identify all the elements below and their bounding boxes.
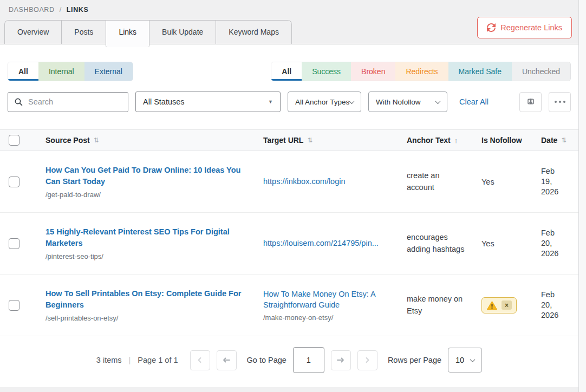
is-nofollow-cell: Yes <box>473 178 532 186</box>
page-back-chevron-button[interactable] <box>190 350 210 370</box>
filter-status-all[interactable]: All <box>271 62 302 81</box>
source-post-cell: 15 Highly-Relevant Pinterest SEO Tips Fo… <box>37 226 255 260</box>
row-checkbox-cell <box>0 177 37 187</box>
target-url-slug: /make-money-on-etsy/ <box>263 313 390 322</box>
filter-status-redirects[interactable]: Redirects <box>395 62 448 81</box>
is-nofollow-cell: × <box>473 297 532 313</box>
nofollow-select-value: With Nofollow <box>376 98 421 106</box>
breadcrumb: DASHBOARD / LINKS <box>0 0 578 14</box>
tab-links[interactable]: Links <box>106 21 149 44</box>
ellipsis-icon <box>555 101 565 103</box>
table-row: 15 Highly-Relevant Pinterest SEO Tips Fo… <box>0 213 578 275</box>
chevron-down-icon <box>470 357 476 362</box>
tab-posts[interactable]: Posts <box>62 21 106 44</box>
anchor-text-cell: create an account <box>398 170 473 193</box>
page-forward-arrow-button[interactable] <box>331 350 351 370</box>
row-checkbox-cell <box>0 300 37 311</box>
source-post-link[interactable]: How To Sell Printables On Etsy: Complete… <box>45 288 247 311</box>
regenerate-links-button[interactable]: Regenerate Links <box>477 17 572 38</box>
filter-status-success[interactable]: Success <box>302 62 351 81</box>
pagination-divider: | <box>129 356 131 364</box>
source-post-link[interactable]: 15 Highly-Relevant Pinterest SEO Tips Fo… <box>45 226 247 249</box>
pagination-bar: 3 items | Page 1 of 1 Go to Page <box>0 336 578 387</box>
source-post-slug: /sell-printables-on-etsy/ <box>45 314 247 322</box>
sort-both-icon: ⇅ <box>94 136 99 144</box>
tab-bulk-update[interactable]: Bulk Update <box>149 21 216 44</box>
export-button[interactable] <box>519 92 542 112</box>
column-header-source-post[interactable]: Source Post ⇅ <box>37 136 255 145</box>
clear-all-link[interactable]: Clear All <box>459 97 489 106</box>
tab-bar: Overview Posts Links Bulk Update Keyword… <box>4 20 292 44</box>
link-status-filter-group: All Success Broken Redirects Marked Safe… <box>271 62 571 81</box>
table-header-row: Source Post ⇅ Target URL ⇅ Anchor Text ↑… <box>0 129 578 151</box>
filter-status-unchecked[interactable]: Unchecked <box>512 62 570 81</box>
target-url-cell: How To Make Money On Etsy: A Straightfor… <box>255 289 398 322</box>
breadcrumb-dashboard[interactable]: DASHBOARD <box>9 6 55 14</box>
tabs-row: Overview Posts Links Bulk Update Keyword… <box>0 20 578 44</box>
filter-type-external[interactable]: External <box>84 62 133 81</box>
row-checkbox[interactable] <box>9 177 19 187</box>
sort-both-icon: ⇅ <box>561 136 567 144</box>
dismiss-warning-button[interactable]: × <box>502 300 512 310</box>
chevron-down-icon <box>435 99 441 104</box>
filter-type-all[interactable]: All <box>8 62 38 81</box>
target-url-cell: https://louisem.com/214795/pin... <box>255 238 398 249</box>
column-header-date[interactable]: Date ⇅ <box>532 136 578 145</box>
source-post-link[interactable]: How Can You Get Paid To Draw Online: 10 … <box>45 165 247 187</box>
filter-status-broken[interactable]: Broken <box>351 62 395 81</box>
column-header-is-nofollow[interactable]: Is Nofollow <box>473 136 532 145</box>
anchor-text-cell: encourages adding hashtags <box>398 232 473 254</box>
date-cell: Feb 19, 2026 <box>532 166 578 197</box>
column-header-anchor-text[interactable]: Anchor Text ↑ <box>398 136 473 145</box>
close-icon: × <box>505 302 509 309</box>
search-input[interactable] <box>28 97 122 106</box>
anchor-type-select-value: All Anchor Types <box>295 98 349 106</box>
select-all-cell <box>0 135 37 146</box>
arrow-right-icon <box>336 356 345 364</box>
rows-per-page-label: Rows per Page <box>388 356 441 364</box>
anchor-text-cell: make money on Etsy <box>398 293 473 316</box>
column-header-target-url[interactable]: Target URL ⇅ <box>255 136 398 145</box>
more-options-button[interactable] <box>549 92 571 112</box>
date-value: Feb 19, 2026 <box>541 166 565 197</box>
go-to-page-input[interactable] <box>293 347 324 373</box>
date-value: Feb 20, 2026 <box>541 228 565 259</box>
page-back-arrow-button[interactable] <box>217 350 237 370</box>
source-post-cell: How To Sell Printables On Etsy: Complete… <box>37 288 255 322</box>
date-value: Feb 20, 2026 <box>541 290 565 321</box>
row-checkbox-cell <box>0 238 37 249</box>
source-post-slug: /pinterest-seo-tips/ <box>45 252 247 260</box>
target-url-cell: https://inkbox.com/login <box>255 176 398 187</box>
column-label: Anchor Text <box>407 136 451 145</box>
target-url-link[interactable]: https://inkbox.com/login <box>263 176 389 187</box>
row-checkbox[interactable] <box>9 238 19 249</box>
column-label: Is Nofollow <box>481 136 522 145</box>
page-forward-chevron-button[interactable] <box>357 350 377 370</box>
status-select[interactable]: All Statuses ▼ <box>135 92 281 112</box>
scrollbar-track[interactable] <box>578 0 586 392</box>
rows-per-page-value: 10 <box>455 356 464 364</box>
caret-down-icon: ▼ <box>268 99 273 104</box>
tab-overview[interactable]: Overview <box>5 21 62 44</box>
source-post-slug: /get-paid-to-draw/ <box>45 191 247 199</box>
arrow-left-icon <box>222 356 231 364</box>
tab-keyword-maps[interactable]: Keyword Maps <box>216 21 291 44</box>
filter-row: All Internal External All Success Broken… <box>0 44 578 81</box>
is-nofollow-cell: Yes <box>473 239 532 248</box>
nofollow-select[interactable]: With Nofollow <box>368 92 447 112</box>
anchor-type-select[interactable]: All Anchor Types <box>288 92 361 112</box>
select-all-checkbox[interactable] <box>9 135 19 146</box>
date-cell: Feb 20, 2026 <box>532 228 578 259</box>
filter-status-marked-safe[interactable]: Marked Safe <box>448 62 512 81</box>
breadcrumb-separator: / <box>60 6 62 14</box>
row-checkbox[interactable] <box>9 300 19 311</box>
filter-type-internal[interactable]: Internal <box>38 62 84 81</box>
go-to-page-label: Go to Page <box>247 356 287 364</box>
target-url-link[interactable]: https://louisem.com/214795/pin... <box>263 238 389 249</box>
rows-per-page-select[interactable]: 10 <box>448 348 482 373</box>
chevron-right-icon <box>363 356 371 364</box>
items-count: 3 items <box>96 356 122 364</box>
sort-both-icon: ⇅ <box>307 136 312 144</box>
target-url-link[interactable]: How To Make Money On Etsy: A Straightfor… <box>263 289 389 311</box>
regenerate-links-label: Regenerate Links <box>500 23 562 32</box>
